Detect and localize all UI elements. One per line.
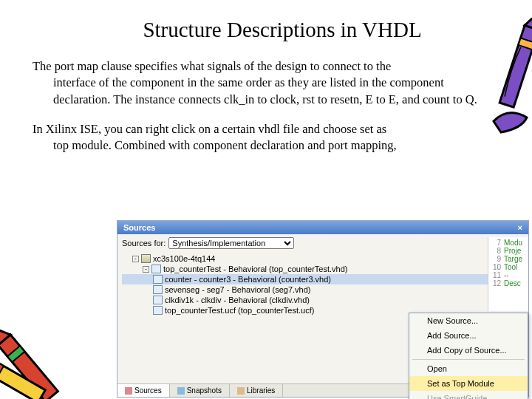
menu-add-source[interactable]: Add Source... <box>409 328 528 343</box>
code-line: Modu <box>504 239 522 247</box>
tab-label: Snapshots <box>187 386 222 395</box>
tab-label: Libraries <box>247 386 275 395</box>
window-title: Sources <box>123 223 155 232</box>
code-line: Desc <box>504 279 521 287</box>
menu-smartguide: Use SmartGuide <box>409 391 528 399</box>
tree-item-label: counter - counter3 - Behavioral (counter… <box>165 275 331 284</box>
paragraph-1: The port map clause specifies what signa… <box>33 58 488 108</box>
crayon-decoration-bottom <box>0 313 93 399</box>
tree-item-label: clkdiv1k - clkdiv - Behavioral (clkdiv.v… <box>165 296 310 304</box>
menu-set-top-module[interactable]: Set as Top Module <box>409 376 528 391</box>
tree-item-counter[interactable]: counter - counter3 - Behavioral (counter… <box>122 274 524 284</box>
menu-add-copy[interactable]: Add Copy of Source... <box>409 343 528 358</box>
sources-for-label: Sources for: <box>122 239 166 248</box>
para2-rest: top module. Combined with component decl… <box>33 137 488 154</box>
para1-first-line: The port map clause specifies what signa… <box>33 59 391 73</box>
code-line: -- <box>504 271 509 279</box>
tree-device-label: xc3s100e-4tq144 <box>153 254 215 263</box>
snapshots-tab-icon <box>177 387 185 395</box>
tab-libraries[interactable]: Libraries <box>230 384 283 397</box>
code-line: Proje <box>504 247 521 255</box>
tree-item-label: sevenseg - seg7 - Behavioral (seg7.vhd) <box>165 285 311 294</box>
vhdl-file-icon <box>151 265 161 273</box>
chip-icon <box>141 254 151 263</box>
tree-item-sevenseg[interactable]: sevenseg - seg7 - Behavioral (seg7.vhd) <box>122 284 524 295</box>
para2-first-line: In Xilinx ISE, you can right click on a … <box>33 122 386 136</box>
menu-separator <box>412 359 525 360</box>
ucf-file-icon <box>153 306 163 315</box>
tab-sources[interactable]: Sources <box>117 384 170 397</box>
close-icon[interactable]: × <box>518 223 522 232</box>
vhdl-file-icon <box>153 296 163 304</box>
paragraph-2: In Xilinx ISE, you can right click on a … <box>33 121 488 154</box>
tree-top-label: top_counterTest - Behavioral (top_counte… <box>163 265 347 273</box>
ise-screenshot: Sources × Sources for: Synthesis/Impleme… <box>117 220 529 398</box>
source-tree[interactable]: -xc3s100e-4tq144 -top_counterTest - Beha… <box>117 252 528 317</box>
minus-icon[interactable]: - <box>132 256 139 262</box>
tab-label: Sources <box>134 386 162 395</box>
tree-top-module[interactable]: -top_counterTest - Behavioral (top_count… <box>122 264 524 274</box>
vhdl-file-icon <box>153 285 163 294</box>
menu-new-source[interactable]: New Source... <box>409 313 528 328</box>
code-preview: 7Modu 8Proje 9Targe 10Tool 11-- 12Desc <box>488 237 528 311</box>
tree-item-clkdiv[interactable]: clkdiv1k - clkdiv - Behavioral (clkdiv.v… <box>122 295 524 305</box>
sources-tab-icon <box>125 387 132 395</box>
tree-item-label: top_counterTest.ucf (top_counterTest.ucf… <box>165 306 314 315</box>
window-titlebar: Sources × <box>117 221 528 234</box>
minus-icon[interactable]: - <box>143 266 149 273</box>
context-menu: New Source... Add Source... Add Copy of … <box>409 313 528 399</box>
slide-title: Structure Descriptions in VHDL <box>77 18 488 42</box>
tab-snapshots[interactable]: Snapshots <box>170 384 230 397</box>
tree-device[interactable]: -xc3s100e-4tq144 <box>122 253 524 264</box>
libraries-tab-icon <box>237 387 245 395</box>
code-line: Targe <box>504 255 522 263</box>
code-line: Tool <box>504 263 517 271</box>
sources-for-select[interactable]: Synthesis/Implementation <box>168 237 294 249</box>
menu-open[interactable]: Open <box>409 361 528 376</box>
para1-rest: interface of the component in the same o… <box>33 75 488 108</box>
vhdl-file-icon <box>153 275 163 284</box>
